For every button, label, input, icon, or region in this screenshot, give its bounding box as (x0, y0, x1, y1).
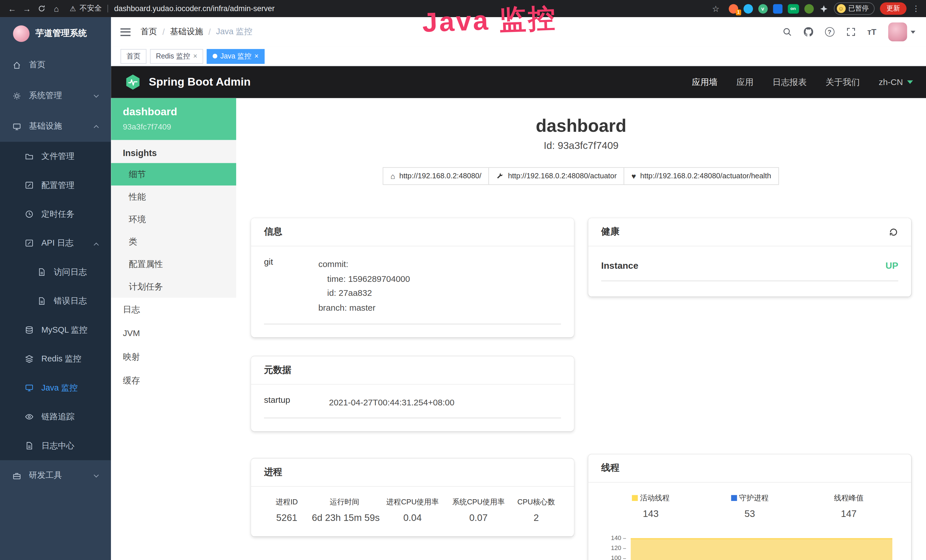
search-icon[interactable] (782, 27, 792, 36)
sidebar-item-file-management[interactable]: 文件管理 (0, 142, 111, 171)
metadata-card-title: 元数据 (264, 364, 292, 376)
sba-item-jvm[interactable]: JVM (111, 321, 236, 345)
help-icon[interactable]: ? (825, 27, 834, 36)
chrome-home-icon[interactable]: ⌂ (49, 1, 64, 16)
breadcrumb-infra[interactable]: 基础设施 (170, 27, 203, 37)
back-icon[interactable]: ← (5, 1, 20, 16)
sidebar-item-trace[interactable]: 链路追踪 (0, 402, 111, 431)
address-bar[interactable]: ⚠ 不安全 dashboard.yudao.iocoder.cn/infra/a… (64, 2, 708, 15)
tag-home[interactable]: 首页 (120, 49, 146, 64)
status-badge: UP (885, 260, 898, 271)
bookmark-star-icon[interactable]: ☆ (708, 1, 723, 16)
git-commit-line: commit: (318, 257, 561, 272)
font-size-icon[interactable]: тT (867, 27, 876, 36)
chrome-menu-icon[interactable]: ⋮ (912, 1, 920, 16)
profile-paused-badge[interactable]: ☺ 已暂停 (834, 2, 875, 15)
breadcrumb-home[interactable]: 首页 (141, 27, 157, 37)
database-icon (25, 325, 34, 334)
actuator-url-link[interactable]: http://192.168.0.2:48080/actuator (489, 167, 625, 185)
sidebar-item-label: 系统管理 (29, 91, 62, 101)
admin-sidebar: 芋道管理系统 首页 系统管理 基础设施 (0, 17, 111, 560)
grid-extension-icon[interactable] (773, 4, 782, 13)
threads-chart: 140 120 100 (601, 526, 898, 560)
clock-icon (25, 210, 34, 218)
tag-redis-monitor[interactable]: Redis 监控 × (150, 49, 203, 64)
sidebar-item-mysql-monitor[interactable]: MySQL 监控 (0, 316, 111, 344)
health-card: 健康 Instance UP (589, 218, 911, 297)
user-menu[interactable] (888, 23, 915, 41)
reload-icon[interactable] (34, 1, 49, 16)
sba-item-mappings[interactable]: 映射 (111, 345, 236, 369)
paused-label: 已暂停 (849, 4, 869, 13)
fullscreen-icon[interactable] (846, 27, 856, 36)
health-url-link[interactable]: ♥ http://192.168.0.2:48080/actuator/heal… (624, 167, 779, 185)
top-navbar: 首页 / 基础设施 / Java 监控 ? тT (111, 17, 926, 47)
history-icon[interactable] (889, 227, 898, 236)
sidebar-item-scheduled-jobs[interactable]: 定时任务 (0, 200, 111, 229)
edit-icon (25, 181, 34, 190)
sidebar-item-error-log[interactable]: 错误日志 (0, 286, 111, 315)
sba-nav-journal[interactable]: 日志报表 (772, 76, 806, 88)
sidebar-item-label: 日志中心 (41, 440, 74, 451)
leaf-extension-icon[interactable] (804, 4, 813, 13)
sidebar-item-label: 文件管理 (41, 151, 74, 162)
git-info-row: git commit: time: 1596289704000 id: 27aa… (264, 257, 561, 324)
not-secure-label[interactable]: 不安全 (80, 3, 102, 14)
sidebar-item-java-monitor[interactable]: Java 监控 (0, 374, 111, 402)
sba-item-scheduled-tasks[interactable]: 计划任务 (111, 275, 236, 298)
sba-brand[interactable]: Spring Boot Admin (149, 76, 251, 89)
chrome-update-button[interactable]: 更新 (880, 2, 906, 15)
drop-extension-icon[interactable] (743, 4, 753, 13)
daemon-threads-swatch (731, 495, 737, 501)
close-icon[interactable]: × (254, 52, 259, 60)
sba-item-details[interactable]: 细节 (111, 163, 236, 186)
sidebar-item-access-log[interactable]: 访问日志 (0, 257, 111, 286)
locale-select[interactable]: zh-CN (879, 77, 913, 87)
avatar[interactable] (888, 23, 907, 41)
sba-item-metrics[interactable]: 性能 (111, 185, 236, 208)
metadata-value: 2021-04-27T00:44:31.254+08:00 (329, 395, 561, 409)
sidebar-item-redis-monitor[interactable]: Redis 监控 (0, 344, 111, 373)
sidebar-item-config-management[interactable]: 配置管理 (0, 171, 111, 200)
wrench-icon (496, 172, 504, 180)
browser-window: ← → ⌂ ⚠ 不安全 dashboard.yudao.iocoder.cn/i… (0, 0, 926, 560)
app-logo[interactable]: 芋道管理系统 (0, 17, 111, 50)
url-text[interactable]: dashboard.yudao.iocoder.cn/infra/admin-s… (114, 4, 275, 13)
flame-extension-icon[interactable]: 1 (728, 4, 738, 13)
tag-java-monitor[interactable]: Java 监控 × (207, 49, 264, 64)
instance-header[interactable]: dashboard 93a3fc7f7409 (111, 98, 236, 140)
process-table: 进程ID5261 运行时间6d 23h 15m 59s 进程CPU使用率0.04… (264, 498, 561, 524)
sba-item-logs[interactable]: 日志 (111, 298, 236, 321)
sidebar-item-log-center[interactable]: 日志中心 (0, 431, 111, 460)
forward-icon[interactable]: → (20, 1, 34, 16)
process-value-uptime: 6d 23h 15m 59s (312, 513, 377, 524)
sba-nav-wallboard[interactable]: 应用墙 (692, 76, 717, 88)
github-icon[interactable] (803, 27, 813, 36)
sba-nav-applications[interactable]: 应用 (736, 76, 754, 88)
sba-item-classes[interactable]: 类 (111, 230, 236, 253)
chevron-up-icon (94, 243, 99, 248)
sidebar-item-infra[interactable]: 基础设施 (0, 111, 111, 142)
chevron-down-icon (911, 30, 915, 33)
process-header-uptime: 运行时间 (312, 498, 377, 507)
sba-nav-about[interactable]: 关于我们 (826, 76, 860, 88)
service-url-link[interactable]: ⌂ http://192.168.0.2:48080/ (383, 167, 489, 185)
health-card-title: 健康 (601, 226, 619, 238)
sba-item-environment[interactable]: 环境 (111, 208, 236, 230)
sidebar-item-api-log[interactable]: API 日志 (0, 229, 111, 257)
spring-boot-admin-logo-icon[interactable] (124, 73, 142, 91)
process-value-system-cpu: 0.07 (448, 513, 509, 524)
sba-item-config-props[interactable]: 配置属性 (111, 253, 236, 275)
insights-section-label: Insights (111, 140, 236, 163)
vue-extension-icon[interactable]: v (758, 4, 767, 13)
sidebar-item-devtools[interactable]: 研发工具 (0, 460, 111, 491)
star-extension-icon[interactable] (819, 4, 828, 13)
hamburger-icon[interactable] (111, 28, 137, 36)
switch-extension-icon[interactable]: on (787, 4, 799, 13)
sidebar-item-home[interactable]: 首页 (0, 50, 111, 80)
sba-item-caches[interactable]: 缓存 (111, 369, 236, 392)
instance-id-label: Id: 93a3fc7f7409 (236, 140, 926, 152)
sidebar-item-system[interactable]: 系统管理 (0, 80, 111, 111)
layers-icon (25, 354, 34, 363)
close-icon[interactable]: × (193, 52, 197, 60)
